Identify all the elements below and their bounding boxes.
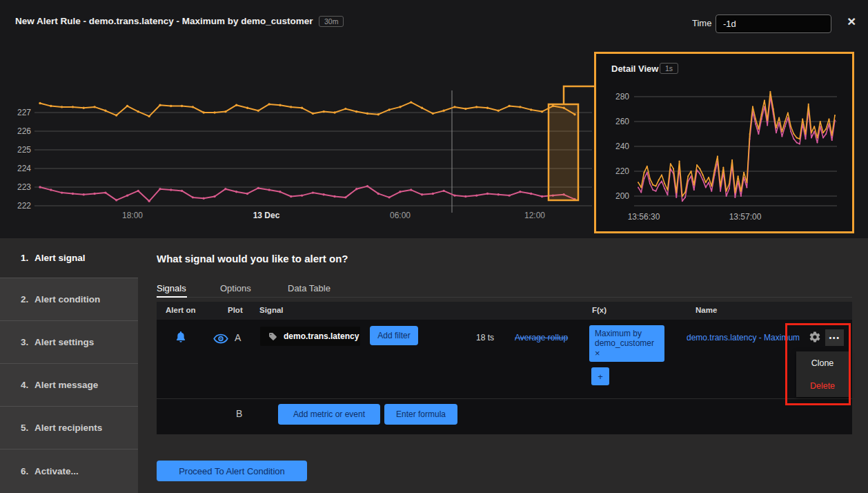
signal-question-heading: What signal would you like to alert on? [157,253,348,264]
sidebar-item-alert-message[interactable]: 4. Alert message [0,363,138,406]
signals-table: Alert on Plot Signal F(x) Name A demo.tr… [157,302,852,434]
alert-bell-icon[interactable] [175,331,186,346]
svg-text:260: 260 [615,117,629,126]
svg-text:18:00: 18:00 [122,211,143,220]
timeseries-count: 18 ts [476,333,494,342]
tab-options[interactable]: Options [220,283,251,293]
gear-icon[interactable] [809,331,821,346]
enter-formula-button[interactable]: Enter formula [384,404,457,425]
svg-text:225: 225 [17,145,31,155]
more-options-icon[interactable]: ••• [825,329,844,346]
sidebar-item-alert-settings[interactable]: 3. Alert settings [0,320,138,363]
sidebar-item-label: Alert settings [34,337,94,347]
context-menu: Clone Delete [796,351,849,397]
column-header-fx: F(x) [592,306,606,314]
signal-chip[interactable]: demo.trans.latency [260,327,360,346]
page-title: New Alert Rule - demo.trans.latency - Ma… [15,16,313,26]
svg-text:240: 240 [615,142,629,151]
column-header-alert-on: Alert on [166,306,195,314]
svg-text:200: 200 [615,191,629,201]
svg-text:13:56:30: 13:56:30 [628,212,660,222]
menu-item-clone[interactable]: Clone [796,351,849,374]
sidebar-item-label: Alert condition [34,294,100,304]
sidebar-item-label: Alert message [34,380,98,390]
add-metric-button[interactable]: Add metric or event [278,404,380,425]
sidebar-item-alert-recipients[interactable]: 5. Alert recipients [0,406,138,449]
tab-data-table[interactable]: Data Table [288,283,331,293]
metric-tag-icon [268,332,277,341]
signal-metric-name: demo.trans.latency [284,331,359,341]
signals-table-header: Alert on Plot Signal F(x) Name [157,302,852,320]
column-header-name: Name [696,306,717,314]
svg-text:06:00: 06:00 [390,211,411,220]
resolution-badge: 30m [319,16,344,27]
add-filter-button[interactable]: Add filter [370,326,418,345]
svg-text:227: 227 [17,108,31,117]
proceed-to-alert-condition-button[interactable]: Proceed To Alert Condition [157,461,307,481]
sidebar-item-alert-condition[interactable]: 2. Alert condition [0,278,138,320]
svg-text:222: 222 [17,201,31,211]
detail-resolution-badge: 1s [660,63,678,74]
detail-view-title: Detail View [611,64,658,74]
sidebar-item-label: Activate... [34,466,79,476]
chart-panel: New Alert Rule - demo.trans.latency - Ma… [0,0,868,238]
time-range-input[interactable] [716,14,831,33]
fx-remove-icon[interactable]: × [595,349,659,358]
column-header-plot: Plot [228,306,243,314]
tab-signals[interactable]: Signals [157,283,186,293]
close-icon[interactable]: × [847,14,856,28]
fx-analytics-button[interactable]: Maximum by demo_customer× [589,325,664,362]
tab-divider [157,297,852,298]
add-analytics-button[interactable]: + [591,367,609,385]
signal-name-link[interactable]: demo.trans.latency - Maximum [687,333,800,342]
svg-text:220: 220 [615,166,629,176]
svg-text:223: 223 [17,182,31,192]
svg-text:13:57:00: 13:57:00 [729,212,762,222]
svg-text:280: 280 [615,92,629,102]
visibility-eye-icon[interactable] [213,334,228,347]
sidebar-item-activate[interactable]: 6. Activate... [0,449,138,493]
svg-text:12:00: 12:00 [524,211,545,220]
detail-view-chart[interactable]: 28026024022020013:56:3013:57:00 [596,54,852,231]
column-header-signal: Signal [259,306,284,314]
plot-label-a: A [235,332,241,343]
detail-view-panel: 28026024022020013:56:3013:57:00 Detail V… [594,52,854,233]
menu-item-delete[interactable]: Delete [796,374,849,397]
svg-text:224: 224 [17,164,31,173]
svg-text:226: 226 [17,126,31,136]
sidebar-item-label: Alert signal [34,253,86,263]
sidebar-item-alert-signal[interactable]: 1. Alert signal [0,238,138,278]
sidebar-item-label: Alert recipients [34,423,102,433]
plot-label-b: B [236,408,242,419]
svg-text:13 Dec: 13 Dec [253,211,280,220]
row-divider [157,398,852,399]
active-tab-underline [157,296,187,298]
rollup-link[interactable]: Average rollup [515,333,568,342]
time-label: Time [692,18,711,28]
